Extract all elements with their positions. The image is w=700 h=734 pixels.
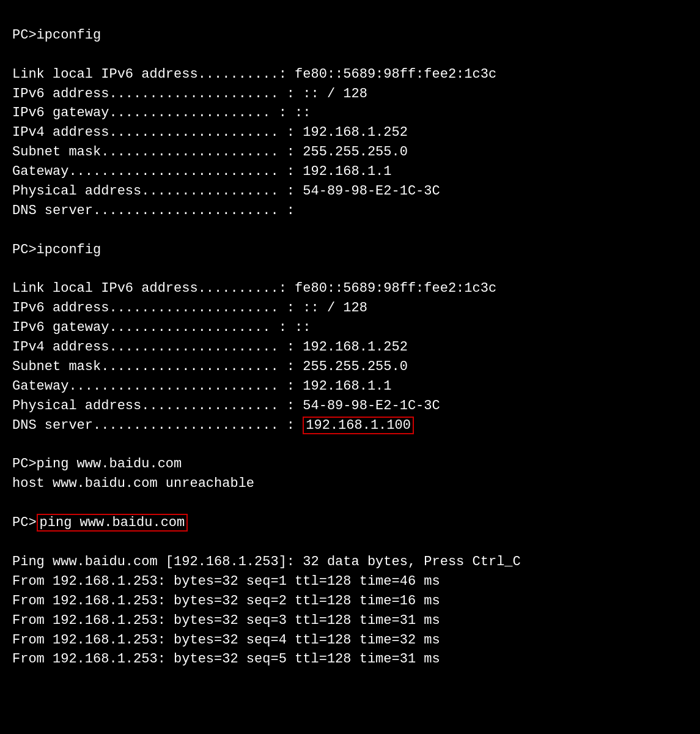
ping-reply-5: From 192.168.1.253: bytes=32 seq=5 ttl=1…: [12, 651, 440, 667]
ipv6-addr-1: IPv6 address..................... : :: /…: [12, 86, 367, 102]
subnet-2: Subnet mask...................... : 255.…: [12, 359, 408, 374]
link-local-1: Link local IPv6 address..........: fe80:…: [12, 67, 496, 82]
ipv6-addr-2: IPv6 address..................... : :: /…: [12, 300, 367, 316]
ping-unreachable: host www.baidu.com unreachable: [12, 476, 254, 491]
subnet-1: Subnet mask...................... : 255.…: [12, 144, 408, 160]
prompt-1: PC>ipconfig: [12, 28, 101, 43]
ipv4-addr-1: IPv4 address..................... : 192.…: [12, 125, 408, 140]
dns-highlight-box: 192.168.1.100: [303, 417, 414, 434]
ping-reply-3: From 192.168.1.253: bytes=32 seq=3 ttl=1…: [12, 613, 440, 628]
link-local-2: Link local IPv6 address..........: fe80:…: [12, 281, 496, 296]
physical-addr-2: Physical address................. : 54-8…: [12, 398, 440, 413]
prompt-2: PC>ipconfig: [12, 242, 101, 258]
dns-server-1: DNS server....................... :: [12, 203, 295, 218]
ipv4-addr-2: IPv4 address..................... : 192.…: [12, 339, 408, 355]
ping-highlight-box: ping www.baidu.com: [37, 514, 188, 532]
ping-reply-4: From 192.168.1.253: bytes=32 seq=4 ttl=1…: [12, 632, 440, 648]
prompt-3: PC>ping www.baidu.com: [12, 456, 182, 472]
dns-server-2: DNS server....................... : 192.…: [12, 417, 414, 434]
ping-reply-2: From 192.168.1.253: bytes=32 seq=2 ttl=1…: [12, 593, 440, 609]
physical-addr-1: Physical address................. : 54-8…: [12, 184, 440, 199]
gateway-2: Gateway.......................... : 192.…: [12, 379, 392, 394]
ping-reply-1: From 192.168.1.253: bytes=32 seq=1 ttl=1…: [12, 574, 440, 589]
ipv6-gw-2: IPv6 gateway.................... : ::: [12, 320, 311, 335]
ipv6-gw-1: IPv6 gateway.................... : ::: [12, 105, 311, 120]
terminal-output: PC>ipconfig Link local IPv6 address.....…: [12, 6, 688, 689]
prompt-4: PC>ping www.baidu.com: [12, 514, 188, 532]
ping-header: Ping www.baidu.com [192.168.1.253]: 32 d…: [12, 554, 521, 569]
gateway-1: Gateway.......................... : 192.…: [12, 164, 392, 179]
